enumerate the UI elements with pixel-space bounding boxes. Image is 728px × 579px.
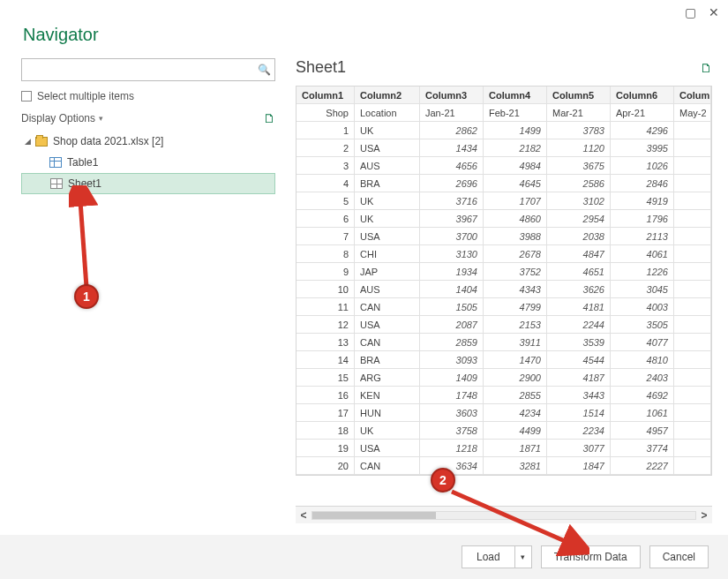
cell <box>674 228 711 245</box>
cell: AUS <box>355 281 420 298</box>
search-input[interactable] <box>27 60 258 79</box>
table-row: 4BRA2696464525862846 <box>296 175 711 192</box>
cell: 3988 <box>484 228 547 245</box>
cell <box>674 192 711 210</box>
column-header[interactable]: Column4 <box>484 86 547 104</box>
table-row: 2USA1434218211203995 <box>296 139 711 157</box>
column-header[interactable]: Column1 <box>296 86 355 104</box>
scroll-right-icon[interactable]: > <box>696 509 712 522</box>
cell: 8 <box>296 245 355 263</box>
cell: CAN <box>355 457 420 475</box>
transform-data-button[interactable]: Transform Data <box>541 545 641 568</box>
cell: CHI <box>355 245 420 263</box>
cell: 3539 <box>547 334 611 351</box>
cell: 19 <box>296 440 355 457</box>
cell: UK <box>355 422 420 440</box>
cell: 5 <box>296 192 355 210</box>
column-header[interactable]: Column5 <box>547 86 611 104</box>
cancel-button[interactable]: Cancel <box>649 545 709 568</box>
cell: 4187 <box>547 369 611 387</box>
cell: 4 <box>296 175 355 192</box>
column-header[interactable]: Colum <box>674 86 711 104</box>
display-options[interactable]: Display Options ▾ <box>21 112 103 124</box>
cell: 20 <box>296 457 355 475</box>
svg-line-0 <box>79 189 86 287</box>
cell: 1026 <box>611 157 674 175</box>
cell: 7 <box>296 228 355 245</box>
cell: USA <box>355 440 420 457</box>
cell: 1470 <box>484 351 547 369</box>
load-dropdown-icon[interactable]: ▾ <box>515 553 531 561</box>
cell: 1707 <box>484 192 547 210</box>
close-icon[interactable]: ✕ <box>709 5 719 19</box>
preview-refresh-icon[interactable]: 🗋 <box>700 61 712 75</box>
data-grid: Column1Column2Column3Column4Column5Colum… <box>296 86 712 476</box>
cell: 3102 <box>547 192 611 210</box>
refresh-icon[interactable]: 🗋 <box>263 111 275 125</box>
cell: 18 <box>296 422 355 440</box>
cell: 3603 <box>420 404 484 422</box>
cell: 3995 <box>611 139 674 157</box>
navigator-panel: 🔍 Select multiple items Display Options … <box>21 58 275 194</box>
cell: UK <box>355 210 420 228</box>
cell <box>674 157 711 175</box>
cell: 2153 <box>484 316 547 334</box>
tree-item-label: Table1 <box>67 156 98 169</box>
cell: 1514 <box>547 404 611 422</box>
cell: 4003 <box>611 298 674 316</box>
table-icon <box>49 157 62 168</box>
cell: 1934 <box>420 263 484 281</box>
cell: 13 <box>296 334 355 351</box>
maximize-icon[interactable]: ▢ <box>685 5 696 19</box>
cell: 2954 <box>547 210 611 228</box>
cell: UK <box>355 192 420 210</box>
cell <box>674 422 711 440</box>
cell: 2234 <box>547 422 611 440</box>
column-header[interactable]: Column2 <box>355 86 420 104</box>
cell: ARG <box>355 369 420 387</box>
cell: 2227 <box>611 457 674 475</box>
scroll-track[interactable] <box>311 511 696 520</box>
cell <box>674 210 711 228</box>
table-row: 10AUS1404434336263045 <box>296 281 711 298</box>
cell: KEN <box>355 387 420 404</box>
scroll-left-icon[interactable]: < <box>296 509 311 522</box>
table-row: 9JAP1934375246511226 <box>296 263 711 281</box>
cell: 3626 <box>547 281 611 298</box>
cell: 6 <box>296 210 355 228</box>
load-button[interactable]: Load ▾ <box>462 545 532 568</box>
multi-select-label: Select multiple items <box>37 90 134 102</box>
column-header[interactable]: Column3 <box>420 86 484 104</box>
cell <box>674 298 711 316</box>
search-icon[interactable]: 🔍 <box>258 64 271 76</box>
cell: 2696 <box>420 175 484 192</box>
cell: 3130 <box>420 245 484 263</box>
page-title: Navigator <box>23 25 99 45</box>
tree-item-sheet1[interactable]: Sheet1 <box>21 173 275 194</box>
cell: 3093 <box>420 351 484 369</box>
multi-select-checkbox[interactable] <box>21 91 32 102</box>
cell: 1505 <box>420 298 484 316</box>
horizontal-scrollbar[interactable]: < > <box>296 506 712 523</box>
annotation-callout-1: 1 <box>74 284 99 309</box>
cell: 4651 <box>547 263 611 281</box>
cell: Feb-21 <box>484 104 547 122</box>
tree-root[interactable]: ◢ Shop data 2021.xlsx [2] <box>21 131 275 152</box>
scroll-thumb[interactable] <box>312 512 436 519</box>
cell: JAP <box>355 263 420 281</box>
table-row: 13CAN2859391135394077 <box>296 334 711 351</box>
cell: 2859 <box>420 334 484 351</box>
cell: 1 <box>296 122 355 139</box>
tree-item-table1[interactable]: Table1 <box>21 152 275 173</box>
cell <box>674 281 711 298</box>
search-box[interactable]: 🔍 <box>21 58 275 81</box>
cell: Location <box>355 104 420 122</box>
cell <box>674 245 711 263</box>
table-row: 12USA2087215322443505 <box>296 316 711 334</box>
cell: 4061 <box>611 245 674 263</box>
cell: 1120 <box>547 139 611 157</box>
cell: 3783 <box>547 122 611 139</box>
column-header[interactable]: Column6 <box>611 86 674 104</box>
cell: 3675 <box>547 157 611 175</box>
cell <box>674 387 711 404</box>
